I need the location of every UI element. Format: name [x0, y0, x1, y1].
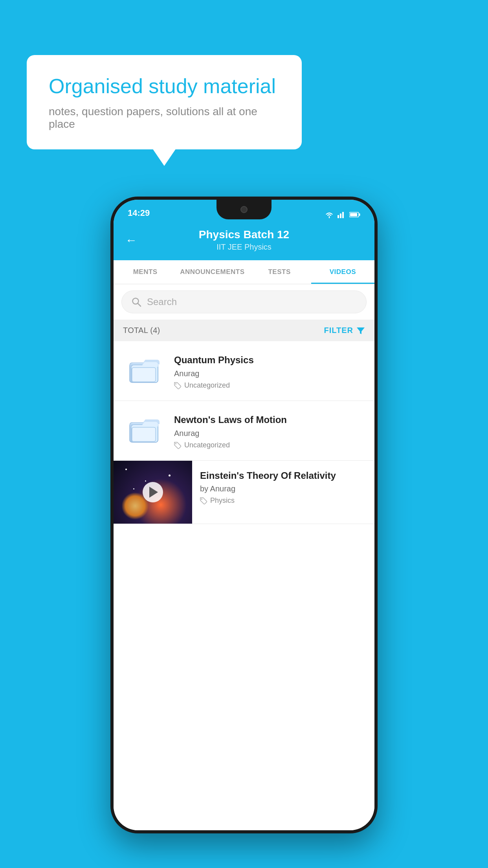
search-icon: [131, 297, 141, 307]
phone-notch: [216, 200, 272, 219]
status-icons: [325, 211, 360, 218]
header-title-block: Physics Batch 12 IIT JEE Physics: [145, 228, 343, 252]
app-header: ← Physics Batch 12 IIT JEE Physics: [114, 221, 374, 260]
search-container: Search: [114, 284, 374, 320]
video-tag: Uncategorized: [174, 381, 365, 390]
speech-bubble-card: Organised study material notes, question…: [27, 55, 302, 149]
header-subtitle: IIT JEE Physics: [145, 243, 343, 252]
video-tag: Uncategorized: [174, 441, 365, 449]
bubble-title: Organised study material: [49, 74, 280, 98]
tab-videos[interactable]: VIDEOS: [311, 260, 374, 284]
wifi-icon: [325, 211, 334, 218]
video-author: by Anurag: [200, 484, 367, 493]
folder-icon: [129, 416, 160, 444]
svg-point-17: [201, 498, 202, 500]
svg-rect-4: [359, 213, 360, 216]
video-thumbnail: [114, 461, 192, 524]
folder-icon: [129, 356, 160, 384]
svg-point-12: [175, 383, 176, 384]
video-info: Newton's Laws of Motion Anurag Uncategor…: [174, 412, 365, 449]
bubble-subtitle: notes, question papers, solutions all at…: [49, 105, 280, 131]
tag-icon: [200, 497, 207, 504]
tag-icon: [174, 442, 181, 449]
svg-rect-1: [340, 213, 341, 218]
video-list: Quantum Physics Anurag Uncategorized: [114, 341, 374, 830]
status-time: 14:29: [128, 208, 150, 218]
battery-icon: [349, 211, 360, 218]
back-button[interactable]: ←: [125, 234, 137, 247]
svg-line-7: [138, 303, 141, 307]
video-info: Quantum Physics Anurag Uncategorized: [174, 352, 365, 390]
svg-rect-15: [132, 427, 156, 441]
filter-bar: TOTAL (4) FILTER: [114, 320, 374, 341]
signal-icon: [338, 211, 345, 218]
video-title: Quantum Physics: [174, 354, 365, 366]
tab-ments[interactable]: MENTS: [114, 260, 177, 284]
svg-rect-5: [350, 213, 357, 216]
folder-thumbnail: [123, 412, 166, 447]
filter-button[interactable]: FILTER: [324, 326, 365, 335]
tab-tests[interactable]: TESTS: [248, 260, 311, 284]
speech-bubble-section: Organised study material notes, question…: [27, 55, 302, 149]
search-placeholder: Search: [147, 296, 177, 307]
search-bar[interactable]: Search: [121, 291, 367, 313]
play-icon: [149, 487, 158, 498]
list-item[interactable]: Newton's Laws of Motion Anurag Uncategor…: [114, 401, 374, 461]
video-info: Einstein's Theory Of Relativity by Anura…: [192, 461, 374, 514]
list-item[interactable]: Quantum Physics Anurag Uncategorized: [114, 341, 374, 401]
video-author: Anurag: [174, 369, 365, 378]
list-item[interactable]: Einstein's Theory Of Relativity by Anura…: [114, 461, 374, 524]
tab-announcements[interactable]: ANNOUNCEMENTS: [177, 260, 248, 284]
video-tag: Physics: [200, 497, 367, 505]
filter-icon: [356, 327, 365, 335]
tab-bar: MENTS ANNOUNCEMENTS TESTS VIDEOS: [114, 260, 374, 284]
svg-rect-2: [342, 212, 344, 218]
phone-device: 14:29: [110, 197, 378, 833]
video-author: Anurag: [174, 429, 365, 438]
header-title: Physics Batch 12: [145, 228, 343, 241]
video-title: Newton's Laws of Motion: [174, 414, 365, 426]
video-title: Einstein's Theory Of Relativity: [200, 470, 367, 481]
folder-thumbnail: [123, 352, 166, 388]
phone-screen: 14:29: [114, 200, 374, 830]
svg-rect-0: [338, 215, 339, 218]
svg-rect-11: [132, 368, 156, 382]
phone-frame: 14:29: [110, 197, 378, 833]
front-camera: [240, 206, 248, 213]
total-count: TOTAL (4): [123, 326, 160, 335]
tag-icon: [174, 382, 181, 389]
svg-marker-8: [357, 327, 365, 334]
svg-point-16: [175, 443, 176, 444]
play-button[interactable]: [143, 482, 163, 502]
